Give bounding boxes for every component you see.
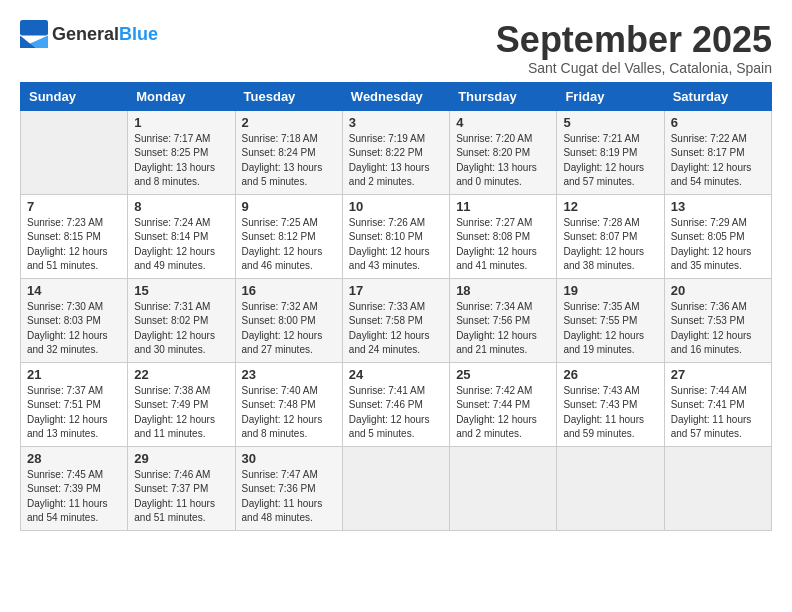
logo-text-general: General bbox=[52, 24, 119, 44]
day-number: 20 bbox=[671, 283, 765, 298]
day-number: 7 bbox=[27, 199, 121, 214]
svg-rect-0 bbox=[20, 20, 48, 36]
calendar-cell: 4Sunrise: 7:20 AM Sunset: 8:20 PM Daylig… bbox=[450, 110, 557, 194]
calendar-cell: 20Sunrise: 7:36 AM Sunset: 7:53 PM Dayli… bbox=[664, 278, 771, 362]
day-number: 5 bbox=[563, 115, 657, 130]
day-number: 19 bbox=[563, 283, 657, 298]
day-number: 12 bbox=[563, 199, 657, 214]
day-number: 9 bbox=[242, 199, 336, 214]
column-header-sunday: Sunday bbox=[21, 82, 128, 110]
day-number: 3 bbox=[349, 115, 443, 130]
day-number: 27 bbox=[671, 367, 765, 382]
column-header-saturday: Saturday bbox=[664, 82, 771, 110]
calendar-cell: 21Sunrise: 7:37 AM Sunset: 7:51 PM Dayli… bbox=[21, 362, 128, 446]
page-header: GeneralBlue September 2025 Sant Cugat de… bbox=[20, 20, 772, 76]
day-info: Sunrise: 7:29 AM Sunset: 8:05 PM Dayligh… bbox=[671, 216, 765, 274]
day-info: Sunrise: 7:27 AM Sunset: 8:08 PM Dayligh… bbox=[456, 216, 550, 274]
day-number: 15 bbox=[134, 283, 228, 298]
calendar-week-row: 14Sunrise: 7:30 AM Sunset: 8:03 PM Dayli… bbox=[21, 278, 772, 362]
calendar-cell bbox=[21, 110, 128, 194]
calendar-cell: 30Sunrise: 7:47 AM Sunset: 7:36 PM Dayli… bbox=[235, 446, 342, 530]
calendar-cell: 18Sunrise: 7:34 AM Sunset: 7:56 PM Dayli… bbox=[450, 278, 557, 362]
calendar-cell: 11Sunrise: 7:27 AM Sunset: 8:08 PM Dayli… bbox=[450, 194, 557, 278]
day-number: 4 bbox=[456, 115, 550, 130]
day-info: Sunrise: 7:34 AM Sunset: 7:56 PM Dayligh… bbox=[456, 300, 550, 358]
calendar-cell: 3Sunrise: 7:19 AM Sunset: 8:22 PM Daylig… bbox=[342, 110, 449, 194]
day-number: 25 bbox=[456, 367, 550, 382]
day-number: 18 bbox=[456, 283, 550, 298]
day-info: Sunrise: 7:22 AM Sunset: 8:17 PM Dayligh… bbox=[671, 132, 765, 190]
calendar-header-row: SundayMondayTuesdayWednesdayThursdayFrid… bbox=[21, 82, 772, 110]
day-info: Sunrise: 7:44 AM Sunset: 7:41 PM Dayligh… bbox=[671, 384, 765, 442]
day-number: 17 bbox=[349, 283, 443, 298]
day-number: 23 bbox=[242, 367, 336, 382]
calendar-cell bbox=[557, 446, 664, 530]
calendar-cell: 2Sunrise: 7:18 AM Sunset: 8:24 PM Daylig… bbox=[235, 110, 342, 194]
calendar-cell: 14Sunrise: 7:30 AM Sunset: 8:03 PM Dayli… bbox=[21, 278, 128, 362]
day-info: Sunrise: 7:24 AM Sunset: 8:14 PM Dayligh… bbox=[134, 216, 228, 274]
calendar-cell: 23Sunrise: 7:40 AM Sunset: 7:48 PM Dayli… bbox=[235, 362, 342, 446]
column-header-friday: Friday bbox=[557, 82, 664, 110]
day-info: Sunrise: 7:18 AM Sunset: 8:24 PM Dayligh… bbox=[242, 132, 336, 190]
day-info: Sunrise: 7:42 AM Sunset: 7:44 PM Dayligh… bbox=[456, 384, 550, 442]
day-info: Sunrise: 7:36 AM Sunset: 7:53 PM Dayligh… bbox=[671, 300, 765, 358]
calendar-cell: 6Sunrise: 7:22 AM Sunset: 8:17 PM Daylig… bbox=[664, 110, 771, 194]
day-info: Sunrise: 7:25 AM Sunset: 8:12 PM Dayligh… bbox=[242, 216, 336, 274]
calendar-cell: 22Sunrise: 7:38 AM Sunset: 7:49 PM Dayli… bbox=[128, 362, 235, 446]
day-info: Sunrise: 7:31 AM Sunset: 8:02 PM Dayligh… bbox=[134, 300, 228, 358]
day-info: Sunrise: 7:19 AM Sunset: 8:22 PM Dayligh… bbox=[349, 132, 443, 190]
calendar-week-row: 21Sunrise: 7:37 AM Sunset: 7:51 PM Dayli… bbox=[21, 362, 772, 446]
calendar-cell bbox=[664, 446, 771, 530]
day-number: 30 bbox=[242, 451, 336, 466]
day-info: Sunrise: 7:23 AM Sunset: 8:15 PM Dayligh… bbox=[27, 216, 121, 274]
day-info: Sunrise: 7:17 AM Sunset: 8:25 PM Dayligh… bbox=[134, 132, 228, 190]
day-number: 10 bbox=[349, 199, 443, 214]
day-number: 29 bbox=[134, 451, 228, 466]
day-number: 16 bbox=[242, 283, 336, 298]
calendar-cell: 19Sunrise: 7:35 AM Sunset: 7:55 PM Dayli… bbox=[557, 278, 664, 362]
column-header-tuesday: Tuesday bbox=[235, 82, 342, 110]
day-info: Sunrise: 7:46 AM Sunset: 7:37 PM Dayligh… bbox=[134, 468, 228, 526]
calendar-cell: 1Sunrise: 7:17 AM Sunset: 8:25 PM Daylig… bbox=[128, 110, 235, 194]
day-number: 13 bbox=[671, 199, 765, 214]
calendar-cell: 10Sunrise: 7:26 AM Sunset: 8:10 PM Dayli… bbox=[342, 194, 449, 278]
calendar-cell: 26Sunrise: 7:43 AM Sunset: 7:43 PM Dayli… bbox=[557, 362, 664, 446]
calendar-cell: 8Sunrise: 7:24 AM Sunset: 8:14 PM Daylig… bbox=[128, 194, 235, 278]
calendar-cell: 12Sunrise: 7:28 AM Sunset: 8:07 PM Dayli… bbox=[557, 194, 664, 278]
calendar-cell: 5Sunrise: 7:21 AM Sunset: 8:19 PM Daylig… bbox=[557, 110, 664, 194]
day-info: Sunrise: 7:20 AM Sunset: 8:20 PM Dayligh… bbox=[456, 132, 550, 190]
title-area: September 2025 Sant Cugat del Valles, Ca… bbox=[496, 20, 772, 76]
day-info: Sunrise: 7:35 AM Sunset: 7:55 PM Dayligh… bbox=[563, 300, 657, 358]
day-info: Sunrise: 7:43 AM Sunset: 7:43 PM Dayligh… bbox=[563, 384, 657, 442]
day-info: Sunrise: 7:26 AM Sunset: 8:10 PM Dayligh… bbox=[349, 216, 443, 274]
calendar-week-row: 7Sunrise: 7:23 AM Sunset: 8:15 PM Daylig… bbox=[21, 194, 772, 278]
day-number: 26 bbox=[563, 367, 657, 382]
day-info: Sunrise: 7:45 AM Sunset: 7:39 PM Dayligh… bbox=[27, 468, 121, 526]
calendar-cell: 16Sunrise: 7:32 AM Sunset: 8:00 PM Dayli… bbox=[235, 278, 342, 362]
calendar-cell: 29Sunrise: 7:46 AM Sunset: 7:37 PM Dayli… bbox=[128, 446, 235, 530]
calendar-cell: 9Sunrise: 7:25 AM Sunset: 8:12 PM Daylig… bbox=[235, 194, 342, 278]
calendar-cell: 13Sunrise: 7:29 AM Sunset: 8:05 PM Dayli… bbox=[664, 194, 771, 278]
calendar-cell: 17Sunrise: 7:33 AM Sunset: 7:58 PM Dayli… bbox=[342, 278, 449, 362]
calendar-cell: 28Sunrise: 7:45 AM Sunset: 7:39 PM Dayli… bbox=[21, 446, 128, 530]
logo: GeneralBlue bbox=[20, 20, 158, 48]
day-number: 24 bbox=[349, 367, 443, 382]
day-info: Sunrise: 7:37 AM Sunset: 7:51 PM Dayligh… bbox=[27, 384, 121, 442]
column-header-wednesday: Wednesday bbox=[342, 82, 449, 110]
day-info: Sunrise: 7:32 AM Sunset: 8:00 PM Dayligh… bbox=[242, 300, 336, 358]
day-number: 8 bbox=[134, 199, 228, 214]
calendar-cell: 15Sunrise: 7:31 AM Sunset: 8:02 PM Dayli… bbox=[128, 278, 235, 362]
column-header-monday: Monday bbox=[128, 82, 235, 110]
calendar-week-row: 1Sunrise: 7:17 AM Sunset: 8:25 PM Daylig… bbox=[21, 110, 772, 194]
calendar-cell: 27Sunrise: 7:44 AM Sunset: 7:41 PM Dayli… bbox=[664, 362, 771, 446]
day-number: 22 bbox=[134, 367, 228, 382]
day-number: 28 bbox=[27, 451, 121, 466]
logo-icon bbox=[20, 20, 48, 48]
calendar-cell: 25Sunrise: 7:42 AM Sunset: 7:44 PM Dayli… bbox=[450, 362, 557, 446]
calendar-cell: 24Sunrise: 7:41 AM Sunset: 7:46 PM Dayli… bbox=[342, 362, 449, 446]
location-subtitle: Sant Cugat del Valles, Catalonia, Spain bbox=[496, 60, 772, 76]
day-number: 14 bbox=[27, 283, 121, 298]
day-number: 6 bbox=[671, 115, 765, 130]
day-number: 11 bbox=[456, 199, 550, 214]
day-info: Sunrise: 7:33 AM Sunset: 7:58 PM Dayligh… bbox=[349, 300, 443, 358]
